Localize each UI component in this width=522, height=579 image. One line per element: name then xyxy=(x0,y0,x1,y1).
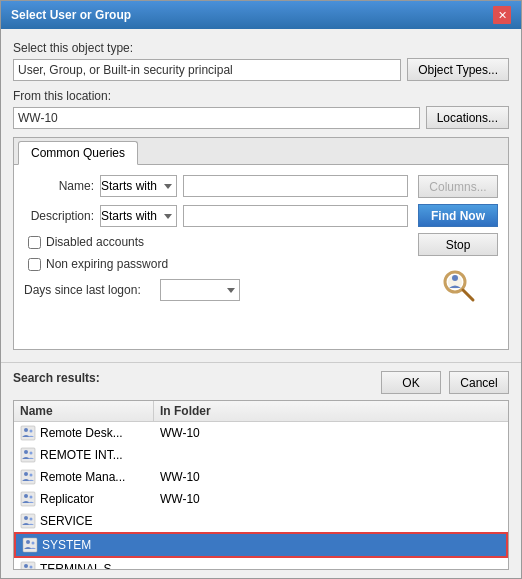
close-button[interactable]: ✕ xyxy=(493,6,511,24)
svg-point-21 xyxy=(32,542,35,545)
object-type-label: Select this object type: xyxy=(13,41,509,55)
table-row[interactable]: REMOTE INT... xyxy=(14,444,508,466)
user-group-icon xyxy=(20,561,36,570)
name-cell: REMOTE INT... xyxy=(14,445,154,465)
desc-label: Description: xyxy=(24,209,94,223)
user-group-icon xyxy=(20,425,36,441)
svg-point-3 xyxy=(452,275,458,281)
col-folder-header: In Folder xyxy=(154,401,508,421)
svg-point-18 xyxy=(30,518,33,521)
name-input[interactable] xyxy=(183,175,408,197)
non-expiring-checkbox[interactable] xyxy=(28,258,41,271)
desc-input[interactable] xyxy=(183,205,408,227)
name-text: Remote Desk... xyxy=(40,426,123,440)
user-group-icon xyxy=(22,537,38,553)
folder-cell xyxy=(154,453,508,457)
desc-select[interactable]: Starts with Is Contains xyxy=(100,205,177,227)
name-cell: SERVICE xyxy=(14,511,154,531)
svg-point-9 xyxy=(30,452,33,455)
table-row[interactable]: ReplicatorWW-10 xyxy=(14,488,508,510)
name-cell: SYSTEM xyxy=(16,535,156,555)
folder-cell: WW-10 xyxy=(154,468,508,486)
user-group-icon xyxy=(20,469,36,485)
object-type-input[interactable] xyxy=(13,59,401,81)
table-row[interactable]: SERVICE xyxy=(14,510,508,532)
results-body: Remote Desk...WW-10 REMOTE INT... Remote… xyxy=(14,422,508,570)
tab-content: Name: Starts with Is Contains Descriptio… xyxy=(14,165,508,318)
columns-button[interactable]: Columns... xyxy=(418,175,498,198)
name-text: TERMINAL S... xyxy=(40,562,122,570)
tab-buttons: Columns... Find Now Stop xyxy=(418,175,498,308)
name-text: Replicator xyxy=(40,492,94,506)
non-expiring-label: Non expiring password xyxy=(46,257,168,271)
name-text: SYSTEM xyxy=(42,538,91,552)
user-group-icon xyxy=(20,447,36,463)
table-row[interactable]: TERMINAL S... xyxy=(14,558,508,570)
name-text: SERVICE xyxy=(40,514,92,528)
name-row: Name: Starts with Is Contains xyxy=(24,175,408,197)
tab-common-queries[interactable]: Common Queries xyxy=(18,141,138,165)
name-label: Name: xyxy=(24,179,94,193)
col-name-header: Name xyxy=(14,401,154,421)
svg-rect-16 xyxy=(21,514,35,528)
disabled-accounts-checkbox[interactable] xyxy=(28,236,41,249)
location-label: From this location: xyxy=(13,89,509,103)
days-select[interactable]: 7 14 30 xyxy=(160,279,240,301)
svg-rect-4 xyxy=(21,426,35,440)
results-header: Name In Folder xyxy=(14,401,508,422)
dialog-body: Select this object type: Object Types...… xyxy=(1,29,521,362)
table-row[interactable]: SYSTEM xyxy=(14,532,508,558)
name-select[interactable]: Starts with Is Contains xyxy=(100,175,177,197)
tab-panel: Common Queries Name: Starts with Is Cont… xyxy=(13,137,509,350)
bottom-section: Search results: OK Cancel Name In Folder… xyxy=(1,362,521,578)
search-icon xyxy=(439,266,477,304)
select-user-group-dialog: Select User or Group ✕ Select this objec… xyxy=(0,0,522,579)
location-group: From this location: Locations... xyxy=(13,89,509,129)
user-group-icon xyxy=(20,491,36,507)
locations-button[interactable]: Locations... xyxy=(426,106,509,129)
non-expiring-row: Non expiring password xyxy=(24,257,408,271)
svg-point-8 xyxy=(24,450,28,454)
name-cell: Replicator xyxy=(14,489,154,509)
search-results-label: Search results: xyxy=(13,371,373,394)
folder-cell xyxy=(154,567,508,570)
folder-cell: WW-10 xyxy=(154,490,508,508)
svg-point-20 xyxy=(26,540,30,544)
disabled-accounts-label: Disabled accounts xyxy=(46,235,144,249)
svg-rect-10 xyxy=(21,470,35,484)
folder-cell xyxy=(154,519,508,523)
results-table: Name In Folder Remote Desk...WW-10 REMOT… xyxy=(13,400,509,570)
cancel-button[interactable]: Cancel xyxy=(449,371,509,394)
table-row[interactable]: Remote Mana...WW-10 xyxy=(14,466,508,488)
disabled-accounts-row: Disabled accounts xyxy=(24,235,408,249)
dialog-title: Select User or Group xyxy=(11,8,131,22)
svg-point-6 xyxy=(30,430,33,433)
object-types-button[interactable]: Object Types... xyxy=(407,58,509,81)
svg-point-24 xyxy=(30,566,33,569)
tab-form: Name: Starts with Is Contains Descriptio… xyxy=(24,175,408,308)
folder-cell: WW-10 xyxy=(154,424,508,442)
object-type-group: Select this object type: Object Types... xyxy=(13,41,509,81)
svg-line-2 xyxy=(463,290,473,300)
svg-rect-13 xyxy=(21,492,35,506)
name-cell: Remote Mana... xyxy=(14,467,154,487)
title-bar: Select User or Group ✕ xyxy=(1,1,521,29)
user-group-icon xyxy=(20,513,36,529)
location-input[interactable] xyxy=(13,107,420,129)
days-label: Days since last logon: xyxy=(24,283,154,297)
stop-button[interactable]: Stop xyxy=(418,233,498,256)
name-cell: TERMINAL S... xyxy=(14,559,154,570)
ok-button[interactable]: OK xyxy=(381,371,441,394)
folder-cell xyxy=(156,543,506,547)
find-now-button[interactable]: Find Now xyxy=(418,204,498,227)
svg-point-14 xyxy=(24,494,28,498)
svg-rect-7 xyxy=(21,448,35,462)
icon-area xyxy=(418,262,498,308)
location-row: Locations... xyxy=(13,106,509,129)
table-row[interactable]: Remote Desk...WW-10 xyxy=(14,422,508,444)
name-cell: Remote Desk... xyxy=(14,423,154,443)
description-row: Description: Starts with Is Contains xyxy=(24,205,408,227)
name-text: Remote Mana... xyxy=(40,470,125,484)
svg-point-17 xyxy=(24,516,28,520)
svg-point-5 xyxy=(24,428,28,432)
